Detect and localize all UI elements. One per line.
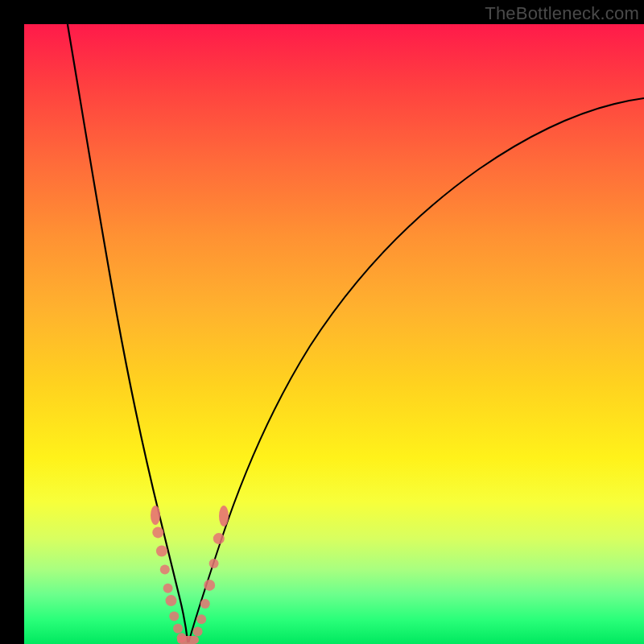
chart-svg	[24, 24, 644, 644]
marker-dot	[173, 624, 183, 634]
marker-dot	[166, 595, 177, 606]
marker-dot	[169, 611, 179, 621]
watermark-text: TheBottleneck.com	[485, 3, 639, 24]
marker-dot	[209, 559, 219, 568]
marker-dot	[193, 627, 203, 637]
curve-right-branch	[188, 98, 644, 642]
marker-dot	[213, 533, 225, 544]
marker-pill	[219, 506, 229, 526]
marker-dot	[152, 526, 163, 538]
marker-dot	[196, 614, 206, 624]
marker-dot	[204, 580, 215, 591]
marker-dot	[156, 546, 167, 557]
marker-dot	[163, 584, 173, 593]
marker-dot	[177, 633, 187, 642]
marker-dot	[160, 565, 170, 575]
marker-pill	[151, 506, 160, 525]
curve-left-branch	[68, 24, 188, 642]
marker-dot	[200, 599, 210, 609]
chart-frame	[24, 24, 644, 644]
